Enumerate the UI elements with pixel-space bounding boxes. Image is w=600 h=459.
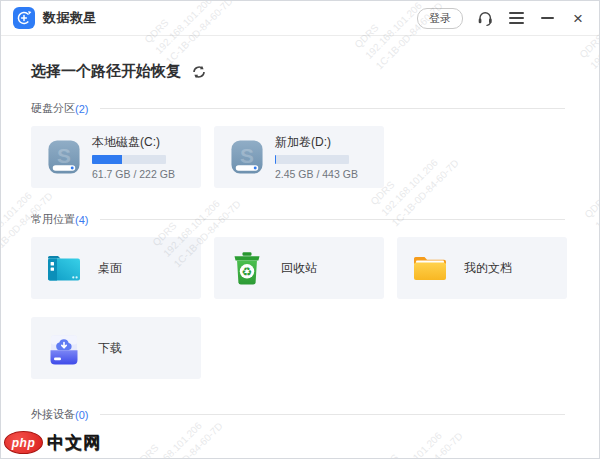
documents-folder-icon [411, 249, 449, 287]
window-title: 数据救星 [43, 9, 97, 27]
refresh-icon [192, 65, 206, 79]
svg-text:S: S [57, 144, 71, 167]
login-button[interactable]: 登录 [417, 8, 463, 29]
section-count: (2) [75, 103, 88, 115]
location-card-recycle-bin[interactable]: ♻ 回收站 [214, 237, 384, 299]
support-button[interactable] [476, 9, 494, 27]
section-header-disks: 硬盘分区(2) [31, 101, 565, 116]
location-card-desktop[interactable]: 桌面 [31, 237, 201, 299]
section-header-external: 外接设备(0) [31, 407, 565, 422]
location-card-documents[interactable]: 我的文档 [397, 237, 567, 299]
close-icon: × [573, 10, 583, 27]
disk-usage-bar [92, 155, 166, 164]
location-label: 下载 [98, 340, 122, 357]
login-label: 登录 [429, 11, 451, 26]
divider [100, 108, 565, 109]
headset-icon [477, 10, 494, 26]
divider [100, 414, 565, 415]
location-card-grid: 桌面 ♻ 回收站 [31, 237, 565, 379]
recycle-bin-icon: ♻ [228, 249, 266, 287]
disk-name: 新加卷(D:) [275, 134, 358, 151]
section-count: (4) [75, 214, 88, 226]
close-button[interactable]: × [569, 9, 587, 27]
section-count: (0) [75, 409, 88, 421]
disk-card-grid: S 本地磁盘(C:) 61.7 GB / 222 GB S [31, 126, 565, 188]
disk-card-d[interactable]: S 新加卷(D:) 2.45 GB / 443 GB [214, 126, 384, 188]
disk-size-text: 2.45 GB / 443 GB [275, 168, 358, 180]
downloads-tray-icon [45, 329, 83, 367]
titlebar-controls: 登录 × [417, 8, 587, 29]
disk-size-text: 61.7 GB / 222 GB [92, 168, 175, 180]
disk-card-c[interactable]: S 本地磁盘(C:) 61.7 GB / 222 GB [31, 126, 201, 188]
page-title: 选择一个路径开始恢复 [31, 62, 181, 81]
minimize-button[interactable] [538, 9, 556, 27]
location-label: 我的文档 [464, 260, 512, 277]
app-logo-icon [13, 7, 35, 29]
divider [100, 219, 565, 220]
disk-name: 本地磁盘(C:) [92, 134, 175, 151]
desktop-folder-icon [45, 249, 83, 287]
svg-text:♻: ♻ [242, 265, 253, 279]
main-content: 选择一个路径开始恢复 硬盘分区(2) S [1, 62, 599, 422]
section-label: 常用位置 [31, 212, 75, 227]
svg-text:S: S [240, 144, 254, 167]
titlebar: 数据救星 登录 × [1, 1, 599, 36]
drive-icon: S [45, 138, 83, 176]
refresh-button[interactable] [192, 65, 206, 79]
location-label: 回收站 [281, 260, 317, 277]
drive-icon: S [228, 138, 266, 176]
section-label: 外接设备 [31, 407, 75, 422]
php-cn-logo: php 中文网 [4, 431, 101, 454]
menu-button[interactable] [507, 9, 525, 27]
app-window: 数据救星 登录 × [0, 0, 600, 459]
location-label: 桌面 [98, 260, 122, 277]
disk-usage-bar [275, 155, 349, 164]
hamburger-icon [509, 12, 524, 23]
section-header-locations: 常用位置(4) [31, 212, 565, 227]
minimize-icon [541, 17, 554, 19]
section-label: 硬盘分区 [31, 101, 75, 116]
location-card-downloads[interactable]: 下载 [31, 317, 201, 379]
php-badge-icon: php [4, 431, 43, 454]
logo-cn-text: 中文网 [47, 431, 101, 454]
